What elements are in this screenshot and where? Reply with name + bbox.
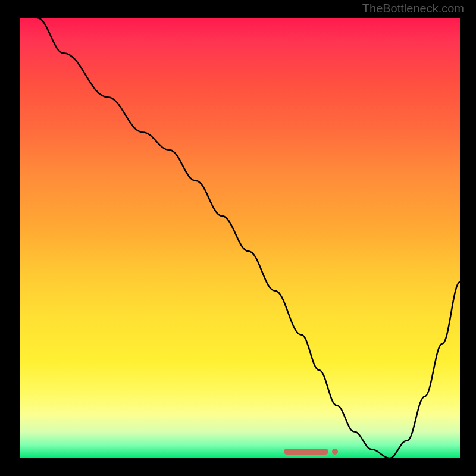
optimal-range-dot xyxy=(332,449,338,455)
optimal-range-marker xyxy=(284,449,328,455)
chart-plot-area xyxy=(20,18,460,458)
watermark-text: TheBottleneck.com xyxy=(362,2,464,15)
bottleneck-curve xyxy=(20,18,460,458)
